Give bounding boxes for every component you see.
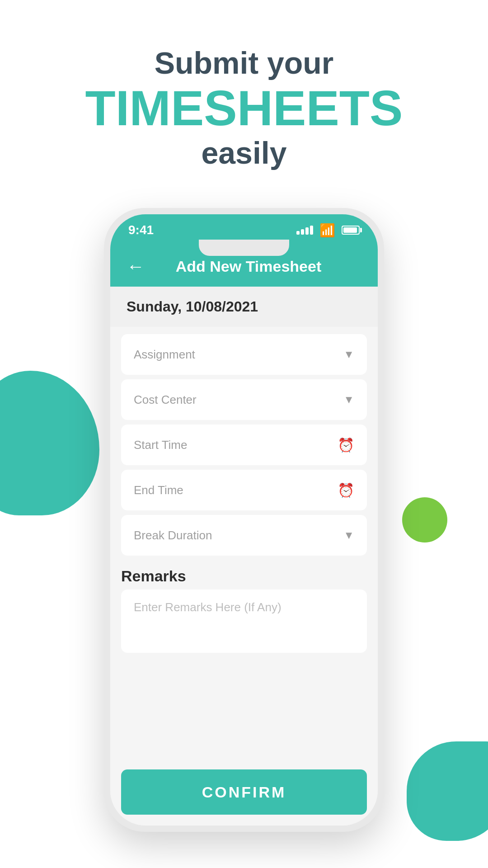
nav-title: Add New Timesheet bbox=[158, 258, 339, 275]
break-duration-field[interactable]: Break Duration ▼ bbox=[121, 515, 367, 556]
start-time-field[interactable]: Start Time ⏰ bbox=[121, 425, 367, 465]
back-button[interactable]: ← bbox=[127, 256, 145, 277]
phone-notch bbox=[199, 240, 289, 256]
bg-decoration-right-bottom bbox=[407, 741, 488, 841]
battery-icon bbox=[342, 226, 360, 235]
phone-outer-frame: 9:41 📶 ← Add New Timeshe bbox=[104, 208, 384, 832]
status-icons: 📶 bbox=[296, 223, 360, 238]
assignment-label: Assignment bbox=[134, 348, 195, 362]
confirm-label: CONFIRM bbox=[202, 783, 286, 801]
status-time: 9:41 bbox=[128, 223, 154, 237]
header-line3: easily bbox=[0, 135, 488, 170]
remarks-placeholder: Enter Remarks Here (If Any) bbox=[134, 600, 282, 614]
cost-center-label: Cost Center bbox=[134, 393, 197, 407]
assignment-dropdown-icon: ▼ bbox=[343, 348, 354, 361]
date-header: Sunday, 10/08/2021 bbox=[110, 287, 378, 327]
header-line1: Submit your bbox=[0, 45, 488, 80]
form-scroll: Assignment ▼ Cost Center ▼ Start Time ⏰ bbox=[110, 327, 378, 563]
empty-space bbox=[110, 653, 378, 769]
end-time-field[interactable]: End Time ⏰ bbox=[121, 470, 367, 510]
content-area: Sunday, 10/08/2021 Assignment ▼ Cost Cen… bbox=[110, 287, 378, 826]
header-section: Submit your TIMESHEETS easily bbox=[0, 0, 488, 170]
phone-inner: 9:41 📶 ← Add New Timeshe bbox=[110, 214, 378, 826]
start-time-label: Start Time bbox=[134, 438, 187, 452]
signal-icon bbox=[296, 226, 313, 235]
phone-mockup: 9:41 📶 ← Add New Timeshe bbox=[104, 208, 384, 832]
header-line2: TIMESHEETS bbox=[0, 80, 488, 135]
wifi-icon: 📶 bbox=[319, 223, 335, 238]
bg-dot-green bbox=[402, 497, 447, 542]
end-time-label: End Time bbox=[134, 483, 183, 497]
confirm-button[interactable]: CONFIRM bbox=[121, 769, 367, 815]
cost-center-dropdown-icon: ▼ bbox=[343, 393, 354, 406]
break-duration-label: Break Duration bbox=[134, 528, 212, 542]
remarks-textarea[interactable]: Enter Remarks Here (If Any) bbox=[121, 590, 367, 653]
bg-decoration-left bbox=[0, 371, 99, 515]
assignment-field[interactable]: Assignment ▼ bbox=[121, 334, 367, 375]
date-display: Sunday, 10/08/2021 bbox=[127, 298, 258, 315]
break-duration-dropdown-icon: ▼ bbox=[343, 529, 354, 542]
remarks-section: Remarks Enter Remarks Here (If Any) bbox=[110, 563, 378, 653]
cost-center-field[interactable]: Cost Center ▼ bbox=[121, 379, 367, 420]
start-time-clock-icon: ⏰ bbox=[338, 437, 354, 453]
remarks-heading: Remarks bbox=[121, 567, 367, 585]
end-time-clock-icon: ⏰ bbox=[338, 482, 354, 498]
